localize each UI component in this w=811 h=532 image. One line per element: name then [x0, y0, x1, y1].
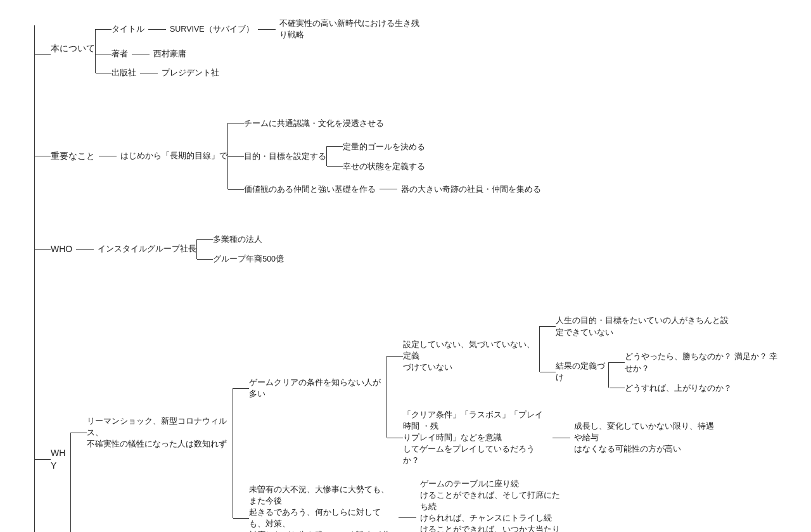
about-title-key[interactable]: タイトル: [112, 23, 144, 35]
who-a[interactable]: 多業種の法人: [213, 235, 262, 244]
node-who[interactable]: WHO: [51, 243, 72, 255]
about-publisher-key[interactable]: 出版社: [112, 67, 136, 79]
who-stem[interactable]: インスタイルグループ社長: [98, 243, 196, 255]
connector: [258, 29, 276, 30]
why-g1-p2[interactable]: 結果の定義づけ: [556, 360, 608, 383]
connector: [148, 29, 166, 30]
why-g1-p1[interactable]: 人生の目的・目標をたいていの人がきちんと設 定できていない: [556, 316, 729, 337]
why-g1-q2[interactable]: どうすれば、上がりなのか？: [625, 384, 732, 393]
important-c[interactable]: 価値観のある仲間と強い基礎を作る: [244, 184, 376, 195]
why-g2-r[interactable]: 成長し、変化していかない限り、待遇や給与 はなくなる可能性の方が高い: [574, 421, 720, 455]
connector: [140, 73, 158, 73]
about-author-val[interactable]: 西村豪庸: [153, 48, 186, 60]
about-title-val[interactable]: SURVIVE（サバイブ）: [170, 23, 254, 35]
about-author-key[interactable]: 著者: [112, 48, 128, 60]
node-important[interactable]: 重要なこと: [51, 149, 95, 162]
why-g1[interactable]: 設定していない、気づいていない、定義 づけていない: [403, 339, 539, 373]
why-g2[interactable]: 「クリア条件」「ラスボス」「プレイ時間 ・残 りプレイ時間」などを意識 してゲー…: [403, 409, 549, 467]
connector: [380, 189, 397, 189]
node-why[interactable]: WHY: [51, 446, 70, 472]
connector: [99, 156, 117, 156]
about-title-sub[interactable]: 不確実性の高い新時代における生き残り戦略: [279, 18, 425, 41]
connector: [552, 438, 570, 438]
why-b1-stem[interactable]: リーマンショック、新型コロナウィルス、 不確実性の犠牲になった人は数知れず: [87, 415, 233, 450]
connector: [132, 54, 150, 54]
who-b[interactable]: グループ年商500億: [213, 255, 284, 263]
important-b[interactable]: 目的・目標を設定する: [244, 151, 326, 162]
mindmap-root: 本について タイトル SURVIVE（サバイブ） 不確実性の高い新時代における生…: [34, 11, 786, 532]
important-a[interactable]: チームに共通認識・文化を浸透させる: [244, 119, 384, 128]
node-about[interactable]: 本について: [51, 42, 95, 54]
important-stem[interactable]: はじめから「長期的目線」で: [120, 150, 227, 162]
why-g1-q1[interactable]: どうやったら、勝ちなのか？ 満足か？ 幸せか？: [625, 352, 777, 373]
why-g[interactable]: ゲームクリアの条件を知らない人が多い: [249, 377, 386, 400]
about-publisher-val[interactable]: プレジデント社: [162, 67, 219, 79]
why-m1[interactable]: ゲームのテーブルに座り続 けることができれば、そして打席にたち続 けられれば、チ…: [420, 478, 566, 533]
important-b2[interactable]: 幸せの状態を定義する: [343, 162, 425, 171]
connector: [399, 517, 416, 518]
connector: [76, 249, 94, 250]
important-c1[interactable]: 器の大きい奇跡の社員・仲間を集める: [401, 184, 541, 195]
important-b1[interactable]: 定量的ゴールを決める: [343, 142, 425, 151]
why-m[interactable]: 未曽有の大不況、大惨事に大勢ても、また今後 起きるであろう、何かしらに対しても、…: [249, 484, 395, 532]
